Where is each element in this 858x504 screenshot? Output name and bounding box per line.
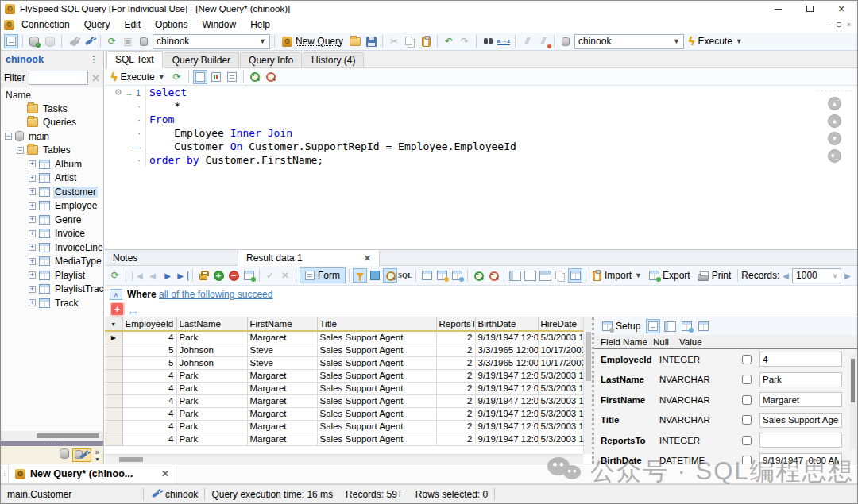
post-edit-button[interactable]: ✓ — [263, 268, 277, 283]
grid-hscrollbar[interactable] — [105, 454, 583, 464]
fit-rows-button[interactable] — [696, 319, 710, 333]
paste-button[interactable] — [419, 34, 433, 48]
sql-editor[interactable]: ⚙→1Select· *·From· Employee Inner Join— … — [105, 86, 857, 249]
grid-cell[interactable]: 4 — [122, 420, 176, 433]
cancel-edit-button[interactable]: ✕ — [278, 268, 292, 283]
null-checkbox[interactable] — [739, 436, 755, 445]
scroll-up-button[interactable]: ▲ — [828, 114, 841, 128]
connect-button[interactable] — [82, 34, 96, 48]
tab-sql-text[interactable]: SQL Text — [106, 51, 163, 68]
grid-options-button[interactable] — [419, 268, 434, 283]
grid-cell[interactable]: 9/19/1947 12:0... — [475, 420, 538, 433]
table-row[interactable]: 5JohnsonSteveSales Support Agent23/3/196… — [105, 356, 592, 369]
export-button[interactable]: Export — [646, 267, 694, 283]
expand-toggle-icon[interactable]: + — [29, 244, 36, 251]
row-selector[interactable] — [105, 433, 122, 445]
close-query-tab-icon[interactable]: ✕ — [161, 468, 169, 479]
expand-toggle-icon[interactable]: − — [17, 147, 24, 154]
tree-item-track[interactable]: +Track — [1, 296, 103, 310]
tree-item-queries[interactable]: Queries — [1, 116, 103, 130]
records-decrease-button[interactable]: ◀ — [780, 271, 791, 280]
sql-code-line[interactable]: Employee Inner Join — [146, 127, 292, 139]
open-query-button[interactable] — [348, 34, 362, 48]
uncomment-button[interactable]: // — [535, 34, 550, 48]
filter-input[interactable] — [29, 71, 88, 85]
grid-filter-button[interactable]: ▼ — [105, 317, 122, 331]
save-query-button[interactable] — [364, 34, 378, 48]
expand-toggle-icon[interactable]: + — [29, 188, 36, 195]
sql-code-line[interactable]: order by Customer.FirstName; — [146, 154, 323, 166]
grid-cell[interactable]: 9/19/1947 12:0... — [475, 331, 538, 344]
field-value-input[interactable] — [759, 352, 842, 367]
expand-toggle-icon[interactable]: + — [29, 299, 36, 306]
text-view-button[interactable] — [225, 70, 239, 84]
grid-cell[interactable]: 2 — [436, 369, 475, 382]
find-button[interactable] — [481, 34, 495, 48]
connection-select[interactable]: chinook ▼ — [153, 34, 270, 49]
records-increase-button[interactable]: ▶ — [842, 271, 853, 280]
scroll-down-button[interactable]: ▼ — [828, 132, 841, 145]
redo-button[interactable]: ↷ — [458, 34, 472, 48]
tree-item-playlisttrack[interactable]: +PlaylistTrack — [1, 283, 103, 297]
cut-button[interactable]: ✂ — [387, 34, 401, 48]
grid-cell[interactable]: 2 — [436, 394, 475, 407]
grid-cell[interactable]: 3/3/1965 12:00... — [475, 356, 538, 369]
results-view-button[interactable] — [209, 70, 223, 84]
remove-connection-button[interactable] — [43, 34, 57, 48]
query-objects-view-button[interactable] — [72, 448, 91, 462]
grid-cell[interactable]: 3/3/1965 12:00... — [475, 344, 538, 356]
grid-cell[interactable]: 5 — [122, 344, 176, 356]
sql-filter-button[interactable]: SQL — [398, 268, 412, 283]
expand-toggle-icon[interactable]: + — [29, 175, 36, 182]
scroll-first-button[interactable]: ▲̄ — [828, 97, 841, 110]
drag-handle[interactable]: ········· — [816, 90, 853, 93]
menu-connection[interactable]: Connection — [14, 17, 77, 33]
first-record-button[interactable]: ▏◀ — [129, 268, 144, 283]
field-value-input[interactable] — [759, 433, 842, 448]
last-record-button[interactable]: ▶▕ — [175, 268, 189, 283]
grid-cell[interactable]: 2 — [436, 331, 475, 344]
setup-button[interactable]: Setup — [599, 318, 644, 334]
close-tab-icon[interactable]: ✕ — [364, 253, 371, 264]
delete-record-button[interactable]: − — [226, 268, 241, 283]
mdi-minimize-button[interactable] — [826, 25, 831, 25]
grid-cell[interactable]: Sales Support Agent — [317, 382, 436, 394]
row-selector[interactable] — [105, 382, 122, 394]
row-selector[interactable] — [105, 407, 122, 420]
fit-columns-button[interactable] — [679, 319, 694, 333]
grid-cell[interactable]: Sales Support Agent — [317, 344, 436, 356]
grid-cell[interactable]: 5 — [122, 356, 176, 369]
tree-item-mediatype[interactable]: +MediaType — [1, 255, 103, 269]
scrollbar-thumb[interactable] — [586, 332, 591, 381]
table-row[interactable]: 4ParkMargaretSales Support Agent29/19/19… — [105, 369, 592, 382]
grid-zoom-out-button[interactable]: − — [486, 268, 500, 283]
grid-cell[interactable]: 4 — [122, 382, 176, 394]
maximize-button[interactable] — [794, 1, 825, 17]
row-selector[interactable] — [105, 394, 122, 407]
grid-cell[interactable]: 4 — [122, 407, 176, 420]
tree-item-genre[interactable]: +Genre — [1, 213, 103, 227]
grid-cell[interactable]: Margaret — [247, 394, 317, 407]
form-view-button[interactable]: Form — [300, 267, 346, 283]
grid-cell[interactable]: Steve — [247, 344, 317, 356]
menu-query[interactable]: Query — [77, 17, 118, 33]
editor-execute-button[interactable]: ϟ Execute ▼ — [108, 69, 168, 85]
tab-query-builder[interactable]: Query Builder — [164, 52, 239, 67]
tabbar-drag-handle[interactable]: ⋮ — [1, 464, 8, 483]
grid-column-header-lastname[interactable]: LastName — [176, 317, 247, 331]
grid-column-header-employeeid[interactable]: EmployeeId — [122, 317, 176, 331]
expand-toggle-icon[interactable]: + — [29, 160, 36, 167]
gear-icon[interactable]: ⚙ — [114, 87, 122, 98]
table-row[interactable]: ▶4ParkMargaretSales Support Agent29/19/1… — [105, 331, 592, 344]
tab-query-info[interactable]: Query Info — [240, 52, 302, 67]
editor-view-button[interactable] — [193, 70, 207, 84]
sql-code-line[interactable]: From — [146, 113, 174, 125]
expand-toggle-icon[interactable]: + — [29, 202, 36, 210]
minimize-button[interactable] — [762, 1, 794, 17]
grid-cell[interactable]: 2 — [436, 407, 475, 420]
tree-item-album[interactable]: +Album — [1, 157, 103, 171]
field-value-input[interactable] — [759, 413, 842, 428]
null-checkbox[interactable] — [739, 456, 755, 464]
grid-cell[interactable]: Margaret — [247, 420, 317, 433]
grid-cell[interactable]: Park — [176, 382, 247, 394]
